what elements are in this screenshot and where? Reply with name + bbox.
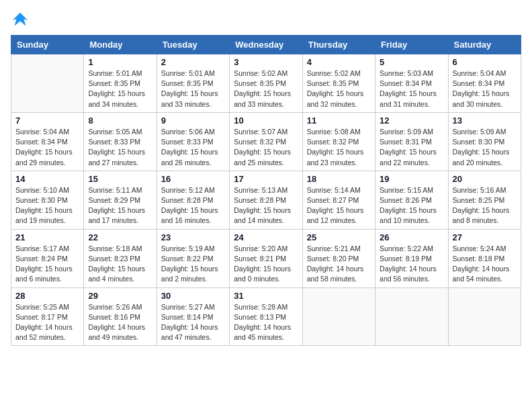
calendar-cell: 14Sunrise: 5:10 AMSunset: 8:30 PMDayligh… — [11, 171, 84, 229]
day-number: 18 — [307, 174, 371, 184]
day-number: 22 — [88, 232, 152, 242]
cell-info: Sunrise: 5:27 AMSunset: 8:14 PMDaylight:… — [161, 302, 225, 343]
calendar-cell: 19Sunrise: 5:15 AMSunset: 8:26 PMDayligh… — [375, 171, 448, 229]
cell-info: Sunrise: 5:05 AMSunset: 8:33 PMDaylight:… — [88, 127, 152, 168]
svg-marker-0 — [13, 13, 28, 26]
day-number: 28 — [15, 291, 79, 301]
day-number: 7 — [15, 116, 79, 126]
cell-info: Sunrise: 5:25 AMSunset: 8:17 PMDaylight:… — [15, 302, 79, 343]
day-number: 31 — [234, 291, 298, 301]
calendar-cell: 5Sunrise: 5:03 AMSunset: 8:34 PMDaylight… — [375, 54, 448, 113]
calendar-cell: 4Sunrise: 5:02 AMSunset: 8:35 PMDaylight… — [302, 54, 375, 113]
cell-info: Sunrise: 5:26 AMSunset: 8:16 PMDaylight:… — [88, 302, 152, 343]
day-number: 16 — [161, 174, 225, 184]
day-number: 5 — [380, 57, 443, 67]
calendar-cell: 23Sunrise: 5:19 AMSunset: 8:22 PMDayligh… — [157, 229, 229, 287]
calendar-cell: 25Sunrise: 5:21 AMSunset: 8:20 PMDayligh… — [302, 229, 375, 287]
week-row-4: 28Sunrise: 5:25 AMSunset: 8:17 PMDayligh… — [11, 287, 521, 346]
day-number: 26 — [380, 232, 443, 242]
calendar-cell: 21Sunrise: 5:17 AMSunset: 8:24 PMDayligh… — [11, 229, 84, 287]
day-number: 4 — [307, 57, 371, 67]
cell-info: Sunrise: 5:01 AMSunset: 8:35 PMDaylight:… — [161, 68, 225, 109]
cell-info: Sunrise: 5:14 AMSunset: 8:27 PMDaylight:… — [307, 185, 371, 226]
header-thursday: Thursday — [302, 36, 375, 54]
header-tuesday: Tuesday — [157, 36, 229, 54]
calendar-header-row: SundayMondayTuesdayWednesdayThursdayFrid… — [11, 36, 521, 54]
week-row-0: 1Sunrise: 5:01 AMSunset: 8:35 PMDaylight… — [11, 54, 521, 113]
calendar-cell: 6Sunrise: 5:04 AMSunset: 8:34 PMDaylight… — [448, 54, 521, 113]
calendar-cell: 15Sunrise: 5:11 AMSunset: 8:29 PMDayligh… — [84, 171, 157, 229]
cell-info: Sunrise: 5:18 AMSunset: 8:23 PMDaylight:… — [88, 244, 152, 285]
calendar-cell: 20Sunrise: 5:16 AMSunset: 8:25 PMDayligh… — [448, 171, 521, 229]
day-number: 29 — [88, 291, 152, 301]
cell-info: Sunrise: 5:10 AMSunset: 8:30 PMDaylight:… — [15, 185, 79, 226]
header-sunday: Sunday — [11, 36, 84, 54]
day-number: 25 — [307, 232, 371, 242]
day-number: 21 — [15, 232, 79, 242]
day-number: 27 — [453, 232, 517, 242]
cell-info: Sunrise: 5:03 AMSunset: 8:34 PMDaylight:… — [380, 68, 443, 109]
calendar-cell: 22Sunrise: 5:18 AMSunset: 8:23 PMDayligh… — [84, 229, 157, 287]
day-number: 15 — [88, 174, 152, 184]
header-wednesday: Wednesday — [230, 36, 302, 54]
cell-info: Sunrise: 5:01 AMSunset: 8:35 PMDaylight:… — [88, 68, 152, 109]
day-number: 11 — [307, 116, 371, 126]
week-row-1: 7Sunrise: 5:04 AMSunset: 8:34 PMDaylight… — [11, 112, 521, 171]
calendar-cell: 24Sunrise: 5:20 AMSunset: 8:21 PMDayligh… — [230, 229, 302, 287]
cell-info: Sunrise: 5:02 AMSunset: 8:35 PMDaylight:… — [307, 68, 371, 109]
day-number: 12 — [380, 116, 443, 126]
day-number: 9 — [161, 116, 225, 126]
day-number: 8 — [88, 116, 152, 126]
cell-info: Sunrise: 5:16 AMSunset: 8:25 PMDaylight:… — [453, 185, 517, 226]
cell-info: Sunrise: 5:20 AMSunset: 8:21 PMDaylight:… — [234, 244, 298, 285]
calendar-cell: 10Sunrise: 5:07 AMSunset: 8:32 PMDayligh… — [230, 112, 302, 171]
cell-info: Sunrise: 5:04 AMSunset: 8:34 PMDaylight:… — [453, 68, 517, 109]
cell-info: Sunrise: 5:07 AMSunset: 8:32 PMDaylight:… — [234, 127, 298, 168]
calendar-cell: 29Sunrise: 5:26 AMSunset: 8:16 PMDayligh… — [84, 287, 157, 346]
calendar-cell: 31Sunrise: 5:28 AMSunset: 8:13 PMDayligh… — [230, 287, 302, 346]
cell-info: Sunrise: 5:12 AMSunset: 8:28 PMDaylight:… — [161, 185, 225, 226]
day-number: 10 — [234, 116, 298, 126]
cell-info: Sunrise: 5:19 AMSunset: 8:22 PMDaylight:… — [161, 244, 225, 285]
logo-icon — [11, 11, 30, 30]
calendar-cell: 2Sunrise: 5:01 AMSunset: 8:35 PMDaylight… — [157, 54, 229, 113]
calendar-cell — [11, 54, 84, 113]
day-number: 24 — [234, 232, 298, 242]
calendar-cell — [302, 287, 375, 346]
day-number: 1 — [88, 57, 152, 67]
calendar-cell: 28Sunrise: 5:25 AMSunset: 8:17 PMDayligh… — [11, 287, 84, 346]
day-number: 14 — [15, 174, 79, 184]
calendar-cell: 18Sunrise: 5:14 AMSunset: 8:27 PMDayligh… — [302, 171, 375, 229]
day-number: 23 — [161, 232, 225, 242]
calendar-cell — [375, 287, 448, 346]
calendar-cell: 13Sunrise: 5:09 AMSunset: 8:30 PMDayligh… — [448, 112, 521, 171]
day-number: 20 — [453, 174, 517, 184]
calendar-cell: 7Sunrise: 5:04 AMSunset: 8:34 PMDaylight… — [11, 112, 84, 171]
day-number: 17 — [234, 174, 298, 184]
week-row-2: 14Sunrise: 5:10 AMSunset: 8:30 PMDayligh… — [11, 171, 521, 229]
calendar-cell: 26Sunrise: 5:22 AMSunset: 8:19 PMDayligh… — [375, 229, 448, 287]
day-number: 3 — [234, 57, 298, 67]
cell-info: Sunrise: 5:17 AMSunset: 8:24 PMDaylight:… — [15, 244, 79, 285]
day-number: 6 — [453, 57, 517, 67]
cell-info: Sunrise: 5:21 AMSunset: 8:20 PMDaylight:… — [307, 244, 371, 285]
calendar-cell — [448, 287, 521, 346]
calendar-cell: 17Sunrise: 5:13 AMSunset: 8:28 PMDayligh… — [230, 171, 302, 229]
cell-info: Sunrise: 5:09 AMSunset: 8:30 PMDaylight:… — [453, 127, 517, 168]
day-number: 30 — [161, 291, 225, 301]
cell-info: Sunrise: 5:11 AMSunset: 8:29 PMDaylight:… — [88, 185, 152, 226]
day-number: 2 — [161, 57, 225, 67]
header-monday: Monday — [84, 36, 157, 54]
calendar-cell: 16Sunrise: 5:12 AMSunset: 8:28 PMDayligh… — [157, 171, 229, 229]
calendar-table: SundayMondayTuesdayWednesdayThursdayFrid… — [11, 35, 521, 346]
calendar-cell: 11Sunrise: 5:08 AMSunset: 8:32 PMDayligh… — [302, 112, 375, 171]
cell-info: Sunrise: 5:02 AMSunset: 8:35 PMDaylight:… — [234, 68, 298, 109]
cell-info: Sunrise: 5:09 AMSunset: 8:31 PMDaylight:… — [380, 127, 443, 168]
calendar-cell: 30Sunrise: 5:27 AMSunset: 8:14 PMDayligh… — [157, 287, 229, 346]
cell-info: Sunrise: 5:22 AMSunset: 8:19 PMDaylight:… — [380, 244, 443, 285]
calendar-cell: 9Sunrise: 5:06 AMSunset: 8:33 PMDaylight… — [157, 112, 229, 171]
cell-info: Sunrise: 5:24 AMSunset: 8:18 PMDaylight:… — [453, 244, 517, 285]
calendar-cell: 27Sunrise: 5:24 AMSunset: 8:18 PMDayligh… — [448, 229, 521, 287]
cell-info: Sunrise: 5:28 AMSunset: 8:13 PMDaylight:… — [234, 302, 298, 343]
week-row-3: 21Sunrise: 5:17 AMSunset: 8:24 PMDayligh… — [11, 229, 521, 287]
